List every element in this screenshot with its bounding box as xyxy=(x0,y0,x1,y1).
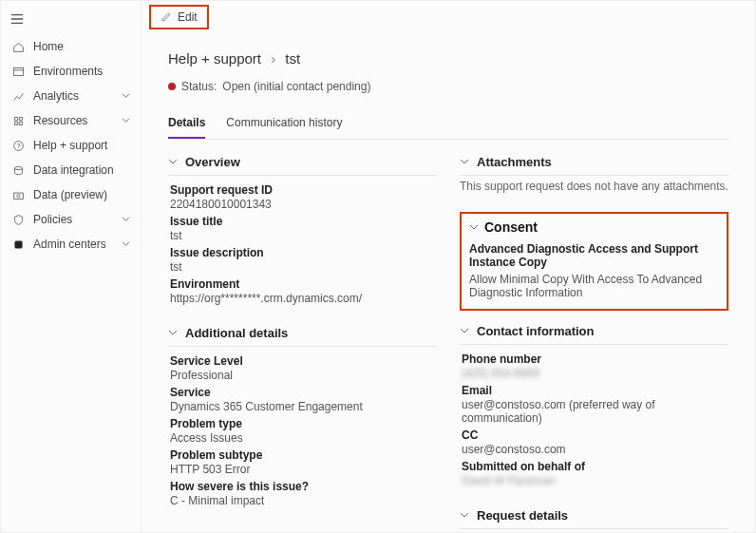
problem-subtype-label: Problem subtype xyxy=(170,448,437,462)
attachments-section: Attachments This support request does no… xyxy=(460,151,728,202)
svg-point-3 xyxy=(14,166,22,169)
svg-rect-5 xyxy=(14,240,22,248)
data-preview-icon xyxy=(10,189,26,201)
sidebar-item-label: Home xyxy=(33,40,131,53)
chevron-down-icon xyxy=(122,213,131,226)
sidebar-item-help-support[interactable]: ? Help + support xyxy=(1,133,141,158)
consent-title: Consent xyxy=(484,219,538,235)
email-value: user@constoso.com (preferred way of comm… xyxy=(462,398,728,425)
sidebar-item-home[interactable]: Home xyxy=(1,34,141,59)
policies-icon xyxy=(10,214,26,226)
email-label: Email xyxy=(462,384,728,397)
request-details-section: Request details Created 04/18/2022 10:03… xyxy=(460,504,728,532)
chevron-down-icon xyxy=(460,155,471,169)
service-value: Dynamics 365 Customer Engagement xyxy=(170,400,437,413)
sidebar-item-label: Policies xyxy=(33,213,122,226)
hamburger-button[interactable] xyxy=(1,7,141,34)
environment-value: https://org*********.crm.dynamics.com/ xyxy=(170,292,437,305)
contact-body: Phone number (425) 954-9999 Email user@c… xyxy=(460,345,728,495)
pencil-icon xyxy=(161,11,172,23)
service-level-label: Service Level xyxy=(170,354,437,368)
hamburger-icon xyxy=(10,12,24,26)
cc-value: user@constoso.com xyxy=(462,443,728,456)
consent-subtitle: Advanced Diagnostic Access and Support I… xyxy=(469,242,719,269)
chevron-down-icon xyxy=(168,155,180,169)
cc-label: CC xyxy=(462,428,728,442)
contact-title: Contact information xyxy=(477,324,595,338)
sidebar-item-policies[interactable]: Policies xyxy=(1,207,141,232)
tabs: Details Communication history xyxy=(168,110,728,140)
contact-header[interactable]: Contact information xyxy=(460,320,728,345)
sidebar-item-label: Analytics xyxy=(33,89,122,103)
analytics-icon xyxy=(10,90,26,103)
overview-body: Support request ID 2204180010001343 Issu… xyxy=(168,176,437,313)
status-dot-icon xyxy=(168,83,176,90)
svg-point-4 xyxy=(16,194,19,197)
toolbar: Edit xyxy=(142,1,755,33)
tab-communication-history[interactable]: Communication history xyxy=(226,110,342,139)
attachments-empty-text: This support request does not have any a… xyxy=(460,180,728,193)
main-panel: Edit Help + support › tst Status: Open (… xyxy=(142,1,755,532)
overview-header[interactable]: Overview xyxy=(168,151,437,176)
sidebar-item-data-integration[interactable]: Data integration xyxy=(1,158,141,182)
issue-description-label: Issue description xyxy=(170,246,437,259)
additional-details-section: Additional details Service Level Profess… xyxy=(168,322,437,515)
data-integration-icon xyxy=(10,164,26,177)
breadcrumb-root[interactable]: Help + support xyxy=(168,50,261,67)
resources-icon xyxy=(10,115,26,127)
consent-text: Allow Minimal Copy With Access To Advanc… xyxy=(469,273,719,299)
sidebar-item-analytics[interactable]: Analytics xyxy=(1,84,141,108)
admin-centers-icon xyxy=(10,238,26,251)
problem-subtype-value: HTTP 503 Error xyxy=(170,463,437,476)
submitted-value: David W Packman xyxy=(462,474,728,487)
sidebar: Home Environments Analytics Resources ? … xyxy=(1,1,142,532)
help-icon: ? xyxy=(10,140,26,152)
status-label: Status: xyxy=(181,80,217,93)
additional-header[interactable]: Additional details xyxy=(168,322,437,347)
sidebar-item-environments[interactable]: Environments xyxy=(1,59,141,84)
issue-title-value: tst xyxy=(170,229,437,242)
environments-icon xyxy=(10,66,26,78)
chevron-down-icon xyxy=(122,114,131,127)
issue-title-label: Issue title xyxy=(170,215,437,228)
sidebar-item-label: Resources xyxy=(33,114,122,127)
content: Help + support › tst Status: Open (initi… xyxy=(142,33,755,532)
phone-value: (425) 954-9999 xyxy=(462,367,728,380)
consent-header[interactable]: Consent xyxy=(469,219,719,235)
edit-button-label: Edit xyxy=(178,10,198,24)
sidebar-item-label: Admin centers xyxy=(33,238,122,251)
request-header[interactable]: Request details xyxy=(460,504,728,529)
support-id-value: 2204180010001343 xyxy=(170,198,437,211)
home-icon xyxy=(10,41,26,53)
support-id-label: Support request ID xyxy=(170,183,437,197)
sidebar-item-resources[interactable]: Resources xyxy=(1,108,141,133)
breadcrumb: Help + support › tst xyxy=(168,50,728,67)
chevron-down-icon xyxy=(122,89,131,103)
problem-type-value: Access Issues xyxy=(170,431,437,445)
service-label: Service xyxy=(170,386,437,399)
sidebar-item-label: Data (preview) xyxy=(33,188,131,201)
chevron-down-icon xyxy=(122,238,131,251)
sidebar-item-admin-centers[interactable]: Admin centers xyxy=(1,232,141,257)
problem-type-label: Problem type xyxy=(170,417,437,430)
columns: Overview Support request ID 220418001000… xyxy=(168,151,728,532)
consent-section: Consent Advanced Diagnostic Access and S… xyxy=(460,212,728,311)
chevron-down-icon xyxy=(168,326,180,340)
tab-details[interactable]: Details xyxy=(168,110,205,139)
sidebar-item-data-preview[interactable]: Data (preview) xyxy=(1,182,141,207)
app-root: Home Environments Analytics Resources ? … xyxy=(0,0,756,533)
additional-body: Service Level Professional Service Dynam… xyxy=(168,347,437,515)
edit-button[interactable]: Edit xyxy=(149,5,209,29)
contact-section: Contact information Phone number (425) 9… xyxy=(460,320,728,495)
chevron-right-icon: › xyxy=(271,50,275,67)
attachments-header[interactable]: Attachments xyxy=(460,151,728,176)
left-column: Overview Support request ID 220418001000… xyxy=(168,151,437,532)
environment-label: Environment xyxy=(170,277,437,291)
attachments-title: Attachments xyxy=(477,155,552,169)
chevron-down-icon xyxy=(460,324,471,338)
request-title: Request details xyxy=(477,508,568,523)
svg-rect-0 xyxy=(13,67,23,75)
chevron-down-icon xyxy=(460,508,471,523)
submitted-label: Submitted on behalf of xyxy=(462,460,728,473)
status-value: Open (initial contact pending) xyxy=(222,80,370,93)
